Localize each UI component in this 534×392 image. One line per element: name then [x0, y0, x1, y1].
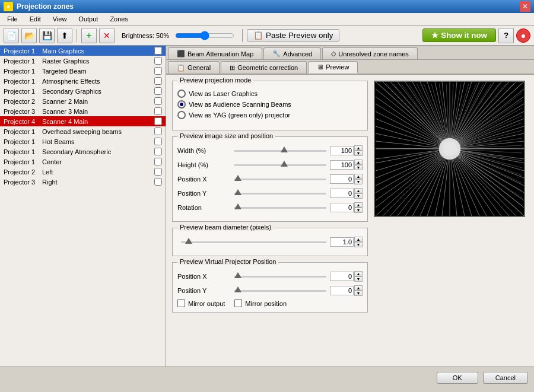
- radio-audience[interactable]: View as Audience Scanning Beams: [177, 100, 363, 109]
- posx-input[interactable]: 0: [330, 174, 354, 184]
- projector-checkbox[interactable]: [154, 87, 162, 95]
- list-item[interactable]: Projector 1 Center: [0, 157, 166, 167]
- projector-checkbox[interactable]: [154, 97, 162, 105]
- rotation-slider[interactable]: [234, 207, 326, 209]
- tab-preview[interactable]: 🖥 Preview: [308, 61, 358, 74]
- posy-input[interactable]: 0: [330, 189, 354, 198]
- projector-checkbox[interactable]: [154, 107, 162, 115]
- vp-posy-input[interactable]: 0: [330, 286, 354, 295]
- tab-general[interactable]: 📋 General: [168, 61, 220, 74]
- open-button[interactable]: 📂: [21, 28, 37, 43]
- delete-button[interactable]: ✕: [99, 28, 115, 43]
- posy-up[interactable]: ▲: [354, 188, 363, 193]
- posy-down[interactable]: ▼: [354, 193, 363, 199]
- vp-posy-down[interactable]: ▼: [354, 291, 363, 296]
- height-input[interactable]: 100: [330, 160, 354, 170]
- posx-up[interactable]: ▲: [354, 174, 363, 179]
- projector-name-label: Targeted Beam: [42, 68, 152, 75]
- vp-posx-slider[interactable]: [234, 276, 326, 278]
- list-item[interactable]: Projector 4 Scanner 4 Main: [0, 116, 166, 126]
- window-close-button[interactable]: ✕: [520, 1, 530, 12]
- beam-diam-input[interactable]: 1.0: [330, 237, 354, 247]
- height-up[interactable]: ▲: [354, 160, 363, 165]
- projector-checkbox[interactable]: [154, 117, 162, 125]
- projector-checkbox[interactable]: [154, 128, 162, 135]
- add-button[interactable]: +: [81, 28, 97, 43]
- projector-checkbox[interactable]: [154, 178, 162, 186]
- posy-spinner: ▲ ▼: [354, 188, 363, 199]
- height-down[interactable]: ▼: [354, 165, 363, 170]
- beam-diam-up[interactable]: ▲: [354, 237, 363, 242]
- list-item[interactable]: Projector 1 Overhead sweeping beams: [0, 126, 166, 136]
- list-item[interactable]: Projector 1 Secondary Graphics: [0, 86, 166, 96]
- width-input[interactable]: 100: [330, 146, 354, 155]
- list-item[interactable]: Projector 1 Atmospheric Effects: [0, 76, 166, 86]
- list-item[interactable]: Projector 1 Targeted Beam: [0, 66, 166, 76]
- projector-checkbox[interactable]: [154, 77, 162, 85]
- ok-button[interactable]: OK: [437, 372, 478, 384]
- projector-checkbox[interactable]: [154, 47, 162, 55]
- projector-checkbox[interactable]: [154, 168, 162, 176]
- mirror-output-checkbox[interactable]: Mirror output: [177, 299, 225, 307]
- paste-preview-button[interactable]: 📋 Paste Preview only: [247, 29, 339, 42]
- brightness-slider[interactable]: [175, 31, 234, 40]
- width-down[interactable]: ▼: [354, 151, 363, 156]
- unresolved-tab-label: Unresolved zone names: [338, 50, 409, 58]
- beam-diam-slider[interactable]: [181, 241, 326, 243]
- tab-geometric[interactable]: ⊞ Geometric correction: [221, 61, 307, 74]
- vp-posx-up[interactable]: ▲: [354, 271, 363, 276]
- vp-posx-input[interactable]: 0: [330, 272, 354, 281]
- tab-advanced[interactable]: 🔧 Advanced: [263, 47, 321, 59]
- projector-checkbox[interactable]: [154, 138, 162, 145]
- list-item[interactable]: Projector 1 Raster Graphics: [0, 56, 166, 66]
- rotation-up[interactable]: ▲: [354, 202, 363, 208]
- list-item[interactable]: Projector 3 Right: [0, 177, 166, 187]
- cancel-button[interactable]: Cancel: [483, 372, 528, 384]
- menu-file[interactable]: File: [2, 14, 23, 24]
- show-it-button[interactable]: ★ Show it now: [422, 28, 496, 42]
- vp-posx-down[interactable]: ▼: [354, 276, 363, 282]
- radio-yag[interactable]: View as YAG (green only) projector: [177, 111, 363, 119]
- title-bar: ★ Projection zones ✕: [0, 0, 534, 13]
- list-item[interactable]: Projector 1 Secondary Atmospheric: [0, 146, 166, 157]
- vp-posy-up[interactable]: ▲: [354, 285, 363, 291]
- close-circle-button[interactable]: ●: [516, 28, 530, 43]
- posx-slider[interactable]: [234, 179, 326, 180]
- height-slider[interactable]: [234, 164, 326, 166]
- posy-slider[interactable]: [234, 193, 326, 195]
- menu-output[interactable]: Output: [74, 14, 103, 24]
- posx-down[interactable]: ▼: [354, 179, 363, 184]
- menu-view[interactable]: View: [48, 14, 72, 24]
- width-row: Width (%) 100 ▲ ▼: [177, 145, 363, 156]
- preview-mode-title: Preview projection mode: [177, 77, 253, 84]
- new-button[interactable]: 📄: [4, 28, 19, 43]
- export-button[interactable]: ⬆: [57, 28, 72, 43]
- save-button[interactable]: 💾: [39, 28, 55, 43]
- projector-checkbox[interactable]: [154, 158, 162, 165]
- list-item[interactable]: Projector 1 Hot Beams: [0, 136, 166, 146]
- projector-checkbox[interactable]: [154, 57, 162, 65]
- general-tab-label: General: [187, 64, 211, 71]
- list-item[interactable]: Projector 2 Scanner 2 Main: [0, 96, 166, 106]
- vp-posy-slider[interactable]: [234, 290, 326, 292]
- tab-unresolved[interactable]: ◇ Unresolved zone names: [322, 47, 418, 59]
- list-item[interactable]: Projector 2 Left: [0, 167, 166, 177]
- width-slider[interactable]: [234, 150, 326, 152]
- beam-diam-down[interactable]: ▼: [354, 242, 363, 247]
- menu-zones[interactable]: Zones: [105, 14, 133, 24]
- list-item[interactable]: Projector 3 Scanner 3 Main: [0, 106, 166, 116]
- projector-id-label: Projector 1: [4, 68, 42, 75]
- projector-checkbox[interactable]: [154, 148, 162, 155]
- width-up[interactable]: ▲: [354, 145, 363, 151]
- menu-edit[interactable]: Edit: [25, 14, 46, 24]
- radio-laser[interactable]: View as Laser Graphics: [177, 90, 363, 98]
- preview-panel: [374, 81, 528, 361]
- rotation-input[interactable]: 0: [330, 203, 354, 212]
- tab-beam[interactable]: ⬛ Beam Attenuation Map: [168, 47, 262, 59]
- projector-name-label: Center: [42, 158, 152, 165]
- projector-checkbox[interactable]: [154, 67, 162, 75]
- rotation-down[interactable]: ▼: [354, 208, 363, 213]
- mirror-position-checkbox[interactable]: Mirror position: [234, 299, 287, 307]
- list-item[interactable]: Projector 1 Main Graphics: [0, 46, 166, 56]
- help-button[interactable]: ?: [498, 28, 514, 43]
